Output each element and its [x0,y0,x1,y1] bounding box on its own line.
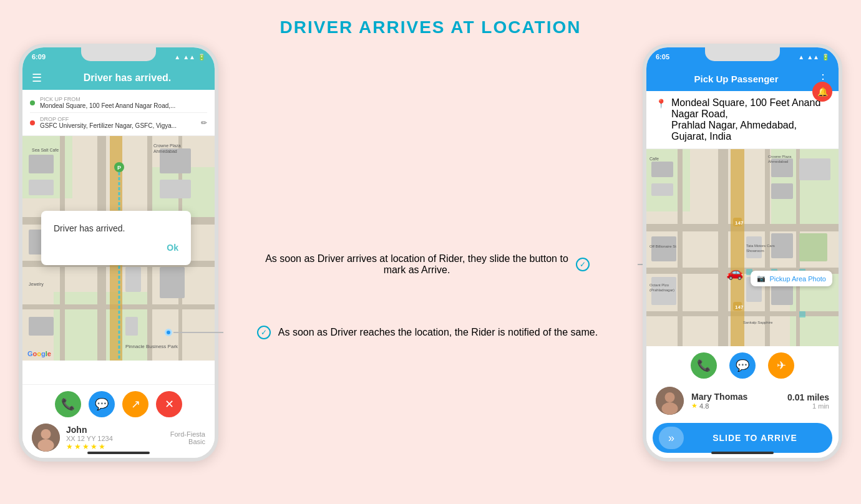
signal-icon2: ▲▲ [807,54,819,61]
ann2-pre: As soon as [278,327,331,337]
passenger-rating-value: 4.8 [699,402,709,410]
phone2-header: Pick Up Passenger ⋮ [646,66,839,91]
dialog-text: Driver has arrived. [54,223,178,233]
phone2-notch [705,47,780,61]
share-button[interactable]: ↗ [122,391,148,417]
passenger-distance: 0.01 miles 1 min [787,392,829,410]
ann2-mid3: of the [540,327,571,337]
svg-text:Crowne Plaza: Crowne Plaza [768,155,792,158]
pickup-area-photo-button[interactable]: 📷 Pickup Area Photo [751,271,832,286]
car-type: Basic [170,438,205,445]
phone1-status-icons: ▲ ▲▲ 🔋 [174,54,205,61]
distance-miles: 0.01 miles [787,392,829,402]
ann1-pre: As soon as [265,253,318,264]
svg-point-79 [662,402,678,415]
pickup-label: PICK UP FROM [40,96,175,102]
svg-text:Jewelry: Jewelry [29,282,44,287]
svg-text:Showroom: Showroom [746,249,764,253]
passenger-name: Mary Thomas [691,392,780,402]
phone2-header-title: Pick Up Passenger [656,74,817,84]
annotation1: As soon as Driver arrives at location of… [225,253,630,276]
svg-text:Off Billionaire St: Off Billionaire St [649,245,676,248]
ann1-mid4: as [406,264,421,275]
svg-rect-12 [29,155,54,173]
svg-rect-50 [651,162,673,177]
wifi-icon: ▲ [174,54,180,61]
svg-text:Ahmedabad: Ahmedabad [768,160,788,163]
star2: ★ [74,442,81,451]
check-icon1: ✓ [576,258,590,271]
phone2-home-bar [711,452,774,454]
star5: ★ [99,442,105,451]
svg-text:Sankalp Sapphire: Sankalp Sapphire [743,321,773,324]
phone2-status-icons: ▲ ▲▲ 🔋 [798,54,829,61]
svg-text:Tata Motors Cars: Tata Motors Cars [746,244,775,248]
route-info: PICK UP FROM Mondeal Square, 100 Feet An… [22,90,215,136]
message-button-p2[interactable]: 💬 [729,352,756,379]
call-button[interactable]: 📞 [55,391,81,417]
ann2-end: . [595,327,598,337]
passenger-info: Mary Thomas ★ 4.8 0.01 miles 1 min [646,382,839,420]
driver-arrived-dialog[interactable]: Driver has arrived. Ok [41,211,191,265]
passenger-rating: ★ 4.8 [691,402,780,410]
connector-line2 [173,332,223,333]
ann1-mid3: the button to [510,253,568,264]
svg-rect-57 [799,233,827,261]
passenger-avatar [656,387,684,415]
driver-rating: ★ ★ ★ ★ ★ [66,442,164,451]
pickup-addr-line2: Prahlad Nagar, Ahmedabad, Gujarat, India [671,120,829,142]
svg-text:Sea Salt Cafe: Sea Salt Cafe [32,148,59,152]
dialog-ok-button[interactable]: Ok [54,243,178,253]
svg-text:Ahmedabad: Ahmedabad [153,149,177,153]
svg-point-78 [665,392,675,402]
annotation2: ✓ As soon as Driver reaches the location… [225,326,630,339]
svg-rect-53 [799,158,830,180]
dropoff-row: DROP OFF GSFC University, Fertilizer Nag… [30,115,207,130]
svg-point-33 [38,439,54,452]
pickup-address-box: 📍 Mondeal Square, 100 Feet Anand Nagar R… [646,91,839,149]
phone1-map: Sea Salt Cafe Crowne Plaza Ahmedabad Tat… [22,136,215,361]
ann2-mid1: reaches the location, the [357,327,471,337]
page-title: DRIVER ARRIVES AT LOCATION [0,0,861,37]
svg-rect-60 [651,236,676,261]
phone2: 6:05 ▲ ▲▲ 🔋 Pick Up Passenger ⋮ 🔔 📍 Mond… [643,44,842,462]
phones-area: 6:09 ▲ ▲▲ 🔋 ☰ Driver has arrived. PICK U… [0,37,861,462]
car-model: Ford-Fiesta [170,430,205,438]
slide-arrow-icon: » [659,427,684,449]
svg-rect-76 [799,311,805,317]
navigate-button-p2[interactable]: ✈ [768,352,794,379]
passenger-star: ★ [691,402,698,410]
hamburger-icon[interactable]: ☰ [32,71,42,85]
svg-rect-15 [160,180,191,198]
phone1-notch [81,47,156,61]
call-button-p2[interactable]: 📞 [691,352,717,379]
signal-icon: ▲▲ [183,54,195,61]
distance-min: 1 min [787,402,829,410]
svg-rect-19 [125,267,141,292]
dropoff-label: DROP OFF [40,116,177,122]
svg-text:147: 147 [735,304,744,310]
svg-text:P: P [117,165,121,171]
connector-dot2 [165,329,172,336]
ann1-mid2: , they [462,253,490,264]
ann2-notified: notified [508,327,540,337]
ann1-driver: Driver [318,253,344,264]
ann2-driver: Driver [330,327,357,337]
slide-to-arrive-button[interactable]: » SLIDE TO ARRIVE [653,423,832,453]
phone2-time: 6:05 [656,53,669,61]
driver-info: John XX 12 YY 1234 ★ ★ ★ ★ ★ Ford-Fiesta… [32,424,205,452]
edit-icon[interactable]: ✏ [201,119,207,127]
passenger-details: Mary Thomas ★ 4.8 [691,392,780,410]
svg-rect-13 [29,180,54,195]
cancel-button[interactable]: ✕ [156,391,182,417]
ann1-slide: slide [489,253,510,264]
ann1-mark: mark [384,264,406,275]
car-icon-on-map: 🚗 [726,264,743,281]
camera-icon: 📷 [757,274,766,283]
star1: ★ [66,442,73,451]
svg-point-32 [41,429,51,439]
svg-rect-43 [765,149,770,380]
message-button[interactable]: 💬 [89,391,115,417]
annotation1-text: As soon as Driver arrives at location of… [265,253,568,276]
dropoff-dot [30,120,35,125]
